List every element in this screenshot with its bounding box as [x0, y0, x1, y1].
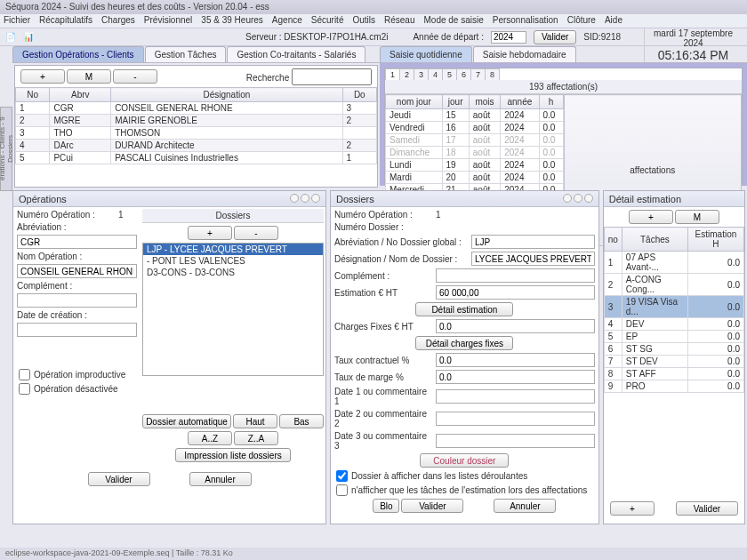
plus-button[interactable]: +	[20, 69, 65, 84]
window-controls[interactable]	[561, 194, 593, 204]
d-d1-label: Date 1 ou commentaire 1	[334, 387, 432, 406]
chk-desact-label: Opération désactivée	[34, 384, 118, 394]
toolbar-icon[interactable]: 📊	[23, 32, 34, 42]
d-d1-input[interactable]	[436, 389, 595, 404]
chk-tasksonly[interactable]	[336, 484, 348, 496]
tab[interactable]: Gestion Opérations - Clients	[12, 46, 144, 62]
clients-table[interactable]: NoAbrvDésignationDo1CGRCONSEIL GENERAL R…	[15, 87, 377, 164]
valider-button[interactable]: Valider	[88, 472, 150, 486]
plus-button[interactable]: +	[629, 210, 673, 224]
dossiers-sub: Dossiers	[142, 209, 324, 223]
date-label: Date de création :	[17, 310, 115, 320]
tabs-left: Gestion Opérations - ClientsGestion Tâch…	[12, 46, 380, 63]
num-tab[interactable]: 5	[442, 68, 457, 80]
detail-title: Détail estimation	[609, 194, 681, 204]
menu-item[interactable]: Fichier	[4, 15, 30, 27]
chk-showlist[interactable]	[336, 470, 348, 482]
menu-item[interactable]: Réseau	[384, 15, 414, 27]
detchf-button[interactable]: Détail charges fixes	[415, 336, 513, 350]
d-desig-input[interactable]	[471, 252, 595, 266]
d-d2-input[interactable]	[436, 412, 595, 426]
plus-button[interactable]: +	[188, 226, 232, 240]
tab[interactable]: Gestion Co-traitants - Salariés	[227, 46, 365, 62]
plus-button[interactable]: +	[610, 501, 655, 516]
num-tab[interactable]: 2	[399, 68, 414, 80]
d-marge-label: Taux de marge %	[334, 372, 432, 382]
nomop-label: Nom Opération :	[17, 252, 115, 261]
dossier-list[interactable]: LJP - LYCEE JACQUES PREVERT - PONT LES V…	[142, 243, 324, 376]
sid-label: SID:9218	[583, 32, 621, 42]
bas-button[interactable]: Bas	[279, 414, 324, 428]
d-desig-label: Désignation / Nom de Dossier :	[334, 254, 468, 264]
az-button[interactable]: A..Z	[188, 431, 232, 445]
annuler-button[interactable]: Annuler	[189, 472, 252, 486]
menu-item[interactable]: 35 & 39 Heures	[201, 15, 263, 27]
menu-item[interactable]: Sécurité	[311, 15, 344, 27]
menu-item[interactable]: Aide	[605, 15, 622, 27]
haut-button[interactable]: Haut	[233, 414, 277, 428]
num-tab[interactable]: 4	[428, 68, 443, 80]
num-tab[interactable]: 3	[414, 68, 429, 80]
m-button[interactable]: M	[67, 69, 111, 84]
side-tab[interactable]: érations - Clients - 9 Dossiers	[0, 107, 12, 191]
minus-button[interactable]: -	[234, 226, 278, 240]
menu-item[interactable]: Clôture	[567, 15, 596, 27]
validate-button[interactable]: Valider	[534, 30, 576, 44]
d-taux-input[interactable]	[436, 353, 595, 367]
auto-button[interactable]: Dossier automatique	[142, 414, 231, 428]
numop-label: Numéro Opération :	[17, 210, 115, 220]
blo-button[interactable]: Blo	[373, 499, 399, 513]
year-label: Année de départ :	[413, 32, 484, 42]
window-controls[interactable]	[288, 194, 320, 204]
num-tab[interactable]: 6	[456, 68, 471, 80]
d-comp-input[interactable]	[436, 268, 595, 283]
d-numop-label: Numéro Opération :	[334, 210, 432, 220]
clock-box: mardi 17 septembre 2024 05:16:34 PM	[644, 28, 742, 62]
menu-item[interactable]: Personnalisation	[493, 15, 558, 27]
tab[interactable]: Gestion Tâches	[145, 46, 227, 62]
menu-item[interactable]: Charges	[101, 15, 135, 27]
d-taux-label: Taux contractuel %	[334, 356, 432, 365]
abrev-input[interactable]	[17, 235, 137, 249]
chk-tasksonly-label: n'afficher que les tâches de l'estimatio…	[351, 485, 587, 495]
num-tab[interactable]: 1	[385, 68, 400, 80]
detail-table[interactable]: noTâchesEstimation H107 APS Avant-...0.0…	[604, 227, 744, 393]
color-button[interactable]: Couleur dossier	[420, 453, 509, 468]
menu-item[interactable]: Outils	[352, 15, 375, 27]
detest-button[interactable]: Détail estimation	[415, 302, 513, 316]
num-tab[interactable]: 8	[485, 68, 500, 80]
valider-button[interactable]: Valider	[676, 501, 738, 516]
num-tab[interactable]: 7	[470, 68, 486, 80]
num-tabs[interactable]: 12345678	[385, 68, 742, 80]
status-bar: eclipse-workspace-java-2021-09-Exemple.s…	[0, 548, 747, 560]
za-button[interactable]: Z..A	[234, 431, 278, 445]
d-marge-input[interactable]	[436, 370, 595, 384]
nomop-input[interactable]	[17, 264, 137, 278]
menu-item[interactable]: Récapitulatifs	[39, 15, 92, 27]
toolbar-icon[interactable]: 📄	[5, 32, 16, 42]
comp-input[interactable]	[17, 293, 137, 308]
tab[interactable]: Saisie quotidienne	[380, 46, 472, 62]
menu-item[interactable]: Agence	[272, 15, 302, 27]
search-input[interactable]	[292, 68, 372, 85]
chk-desact[interactable]	[19, 383, 30, 395]
d-numop-value: 1	[436, 210, 441, 220]
minus-button[interactable]: -	[113, 69, 157, 84]
d-est-input[interactable]	[436, 285, 595, 300]
chk-improd[interactable]	[19, 369, 30, 380]
date-input[interactable]	[17, 323, 137, 337]
m-button[interactable]: M	[675, 210, 719, 224]
annuler-button[interactable]: Annuler	[494, 499, 556, 513]
date-text: mardi 17 septembre 2024	[645, 28, 742, 48]
year-input[interactable]	[491, 31, 526, 44]
valider-button[interactable]: Valider	[401, 499, 463, 513]
d-chf-input[interactable]	[436, 319, 595, 333]
print-button[interactable]: Impression liste dossiers	[175, 448, 291, 462]
menu-item[interactable]: Mode de saisie	[423, 15, 483, 27]
d-abrev-input[interactable]	[471, 235, 595, 249]
d-d3-input[interactable]	[436, 434, 595, 448]
toolbar: 📄 📊 Serveur : DESKTOP-I7PO1HA.cm2i Année…	[0, 28, 747, 46]
abrev-label: Abréviation :	[17, 222, 115, 232]
menu-item[interactable]: Prévisionnel	[144, 15, 192, 27]
tab[interactable]: Saisie hebdomadaire	[473, 46, 576, 62]
